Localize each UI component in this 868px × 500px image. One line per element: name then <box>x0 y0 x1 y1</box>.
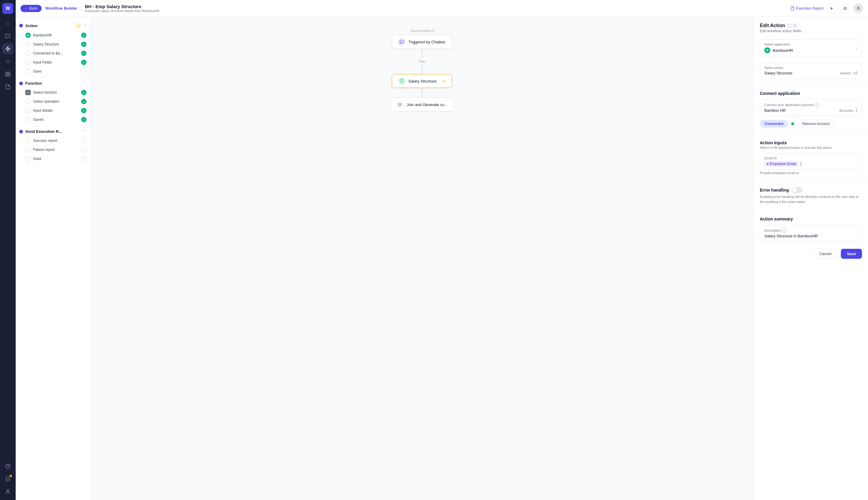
sidebar-item-failure-report[interactable]: Failure report <box>16 145 90 154</box>
connect-application-field[interactable]: Connect your application account i Bambo… <box>760 99 862 116</box>
panel-title-info-icon[interactable]: i <box>787 23 791 28</box>
sidebar-item-input-details[interactable]: Input details ✓ <box>16 106 90 115</box>
integrations-nav-item[interactable] <box>2 56 13 67</box>
topbar-right: Execution Report <box>790 4 863 13</box>
inputfields-label: Input Fields <box>33 60 79 65</box>
settings-button[interactable] <box>840 4 850 13</box>
sidebar-item-bamboohr[interactable]: B BambooHR ✓ <box>16 31 90 40</box>
divider-4 <box>754 210 868 211</box>
home-nav-item[interactable]: ⌂ <box>2 18 13 29</box>
select-application-field[interactable]: Select application B BambooHR ⌄ <box>760 39 862 57</box>
success-report-status <box>81 138 87 144</box>
sidebar-item-save-exec[interactable]: Save <box>16 154 90 163</box>
connection-status-dot <box>791 122 794 125</box>
chatbot-node-label: Triggered by Chatbot <box>408 40 445 44</box>
execution-report-button[interactable]: Execution Report <box>790 6 823 11</box>
divider-2 <box>754 134 868 134</box>
description-field[interactable]: Description i Salary Structure in Bamboo… <box>760 225 862 241</box>
function-section-header[interactable]: Function <box>16 79 90 88</box>
panel-title: Edit Action i ? <box>760 23 862 28</box>
workflow-name: BH - Emp Salary Structure <box>85 4 159 9</box>
join-node[interactable]: Join and Generate cu... <box>390 98 454 112</box>
failure-report-icon <box>25 147 31 152</box>
topbar-divider <box>81 5 81 11</box>
toggle-knob <box>792 188 797 192</box>
join-node-icon <box>396 101 403 108</box>
select-application-label: Select application <box>764 43 857 46</box>
action-section-header[interactable]: Action ⚠ <box>16 21 90 31</box>
svg-rect-3 <box>6 72 7 73</box>
send-exec-section-header[interactable]: Send Execution R... <box>16 127 90 136</box>
sidebar-item-salary[interactable]: Salary Structure ✓ <box>16 40 90 49</box>
board-nav-item[interactable] <box>2 69 13 80</box>
panel-title-help-icon[interactable]: ? <box>793 23 797 28</box>
error-handling-toggle[interactable] <box>792 187 803 193</box>
workflow-canvas: Start workflow if Triggered by Chatbot T… <box>90 17 754 500</box>
select-operation-label: Select operation <box>33 99 79 104</box>
user-avatar[interactable] <box>854 4 863 13</box>
help-nav-item[interactable] <box>2 461 13 472</box>
workflow-info: BH - Emp Salary Structure Employee salar… <box>85 4 159 13</box>
action-collapse-icon[interactable] <box>84 23 87 28</box>
svg-rect-4 <box>9 72 10 73</box>
svg-rect-14 <box>845 9 847 10</box>
topbar: ← Back Workflow Builder BH - Emp Salary … <box>16 0 868 17</box>
back-button[interactable]: ← Back <box>21 5 42 12</box>
remove-account-button[interactable]: Remove Account <box>797 120 835 128</box>
connect-application-title: Connect application <box>760 91 862 96</box>
user-nav-item[interactable] <box>2 486 13 497</box>
main-container: ← Back Workflow Builder BH - Emp Salary … <box>16 0 868 500</box>
error-handling-row: Error handling <box>760 187 862 193</box>
workflow-subtitle: Employee salary structure details from B… <box>85 9 159 13</box>
success-report-label: Success report <box>33 138 79 143</box>
description-info-icon[interactable]: i <box>782 228 786 232</box>
salary-structure-node[interactable]: Salary Structure ⚠ <box>392 74 452 88</box>
connected-button[interactable]: Connected <box>760 120 788 128</box>
saved-func-icon <box>25 117 31 122</box>
connect-field-info-icon[interactable]: i <box>815 103 819 107</box>
email-input-field[interactable]: Email ID Employee Email <box>760 153 862 170</box>
alerts-nav-item[interactable] <box>2 474 13 484</box>
sidebar-item-select-function[interactable]: ≡ Select function ✓ <box>16 88 90 97</box>
sidebar-item-inputfields[interactable]: Input Fields ✓ <box>16 58 90 67</box>
svg-point-15 <box>858 7 859 8</box>
send-exec-section: Send Execution R... Success report Failu… <box>16 127 90 163</box>
chatbot-node[interactable]: Triggered by Chatbot <box>392 35 452 49</box>
sidebar-item-select-operation[interactable]: Select operation ✓ <box>16 97 90 106</box>
salary-icon-placeholder <box>25 42 31 47</box>
sidebar-item-connected[interactable]: Connected to Ba... ✓ <box>16 49 90 58</box>
sidebar-item-save-action[interactable]: Save <box>16 67 90 76</box>
email-label: Email ID <box>764 156 857 160</box>
select-action-field[interactable]: Select action Salary Structure Version :… <box>760 62 862 79</box>
sidebar-item-saved-func[interactable]: Saved ✓ <box>16 115 90 124</box>
saved-func-label: Saved <box>33 117 79 122</box>
reports-nav-item[interactable] <box>2 81 13 92</box>
connect-field-value: Bamboo HR <box>764 108 786 113</box>
workflow-nodes-container: Start workflow if Triggered by Chatbot T… <box>390 29 454 112</box>
sidebar-item-success-report[interactable]: Success report <box>16 136 90 145</box>
connected-icon-placeholder <box>25 50 31 56</box>
action-section-title: Action <box>25 23 73 28</box>
email-helper-text: Provide employee email id. <box>760 171 862 175</box>
save-button[interactable]: Save <box>841 249 862 259</box>
action-inputs-subtitle: Select or fill required inputs to execut… <box>760 146 862 149</box>
connector-3 <box>422 88 422 98</box>
action-summary-title: Action summary <box>760 217 862 221</box>
connected-label: Connected to Ba... <box>33 51 79 55</box>
save-action-label: Save <box>33 69 79 73</box>
workflow-nav-item[interactable] <box>2 43 13 54</box>
panel-header: Edit Action i ? Edit workflow action fie… <box>760 23 862 33</box>
play-button[interactable] <box>827 4 837 13</box>
then-label: Then <box>418 60 425 63</box>
chat-nav-item[interactable] <box>2 31 13 42</box>
salary-node-warning-icon: ⚠ <box>442 79 446 83</box>
cancel-button[interactable]: Cancel <box>813 249 837 259</box>
join-node-label: Join and Generate cu... <box>407 102 447 107</box>
app-logo: W <box>2 3 13 14</box>
success-report-icon <box>25 138 31 144</box>
send-exec-collapse-icon[interactable] <box>84 129 87 134</box>
save-exec-status <box>81 156 87 161</box>
function-collapse-icon[interactable] <box>84 81 87 86</box>
divider-3 <box>754 181 868 181</box>
svg-point-1 <box>7 61 8 62</box>
